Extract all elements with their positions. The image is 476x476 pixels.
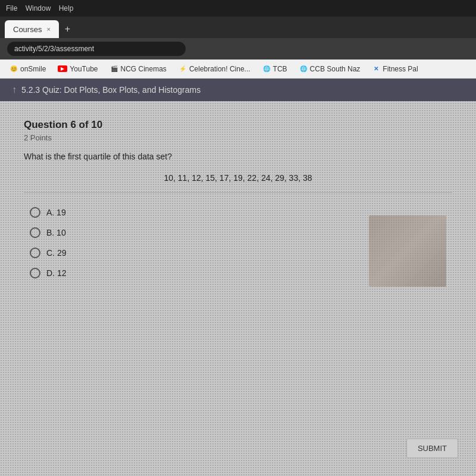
- bookmark-celebration-label: Celebration! Cine...: [189, 65, 250, 73]
- submit-button[interactable]: SUBMIT: [406, 439, 458, 458]
- submit-button-container: SUBMIT: [406, 439, 458, 458]
- ccb-icon: 🌐: [299, 65, 308, 73]
- title-bar-text: File Window Help: [6, 4, 73, 12]
- bookmark-ncg-label: NCG Cinemas: [121, 65, 167, 73]
- tab-label: Courses: [13, 25, 42, 34]
- bookmark-onsmile-label: onSmile: [20, 65, 46, 73]
- content-area: ↑ 5.2.3 Quiz: Dot Plots, Box Plots, and …: [0, 79, 476, 476]
- bookmark-ccb-label: CCB South Naz: [310, 65, 361, 73]
- question-text: What is the first quartile of this data …: [24, 152, 452, 161]
- bookmark-ccb[interactable]: 🌐 CCB South Naz: [295, 64, 365, 74]
- bookmark-youtube[interactable]: ▶ YouTube: [53, 64, 102, 74]
- decorative-image: [369, 215, 446, 287]
- fitness-icon: ✕: [372, 65, 380, 73]
- tab-bar: Courses × +: [0, 17, 476, 38]
- option-b-label: B. 10: [46, 228, 66, 237]
- option-a-label: A. 19: [46, 208, 66, 217]
- bookmark-fitness-label: Fitness Pal: [383, 65, 418, 73]
- radio-c[interactable]: [30, 248, 40, 258]
- address-bar: [0, 38, 476, 60]
- bookmark-youtube-label: YouTube: [70, 65, 98, 73]
- data-set: 10, 11, 12, 15, 17, 19, 22, 24, 29, 33, …: [24, 173, 452, 193]
- radio-b[interactable]: [30, 227, 40, 238]
- points-label: 2 Points: [24, 133, 452, 142]
- quiz-header-icon: ↑: [12, 84, 17, 95]
- tcb-icon: 🌐: [262, 65, 271, 73]
- question-number: Question 6 of 10: [24, 119, 452, 131]
- title-bar: File Window Help: [0, 0, 476, 17]
- bookmark-ncg[interactable]: 🎬 NCG Cinemas: [105, 64, 171, 74]
- bookmark-celebration[interactable]: ⚡ Celebration! Cine...: [174, 64, 255, 74]
- youtube-icon: ▶: [58, 65, 67, 72]
- new-tab-button[interactable]: +: [59, 20, 76, 38]
- url-input[interactable]: [7, 42, 186, 56]
- radio-d[interactable]: [30, 268, 40, 278]
- bookmark-onsmile[interactable]: 😊 onSmile: [5, 64, 51, 74]
- celebration-icon: ⚡: [178, 65, 187, 73]
- option-d-label: D. 12: [46, 268, 66, 278]
- browser-chrome: File Window Help Courses × + 😊 onSmile ▶…: [0, 0, 476, 79]
- courses-tab[interactable]: Courses ×: [5, 20, 59, 38]
- quiz-header-title: 5.2.3 Quiz: Dot Plots, Box Plots, and Hi…: [21, 85, 201, 95]
- bookmarks-bar: 😊 onSmile ▶ YouTube 🎬 NCG Cinemas ⚡ Cele…: [0, 60, 476, 79]
- ncg-icon: 🎬: [110, 65, 118, 73]
- bookmark-tcb[interactable]: 🌐 TCB: [258, 64, 292, 74]
- onsmile-icon: 😊: [10, 65, 18, 73]
- option-c-label: C. 29: [46, 248, 66, 258]
- radio-a[interactable]: [30, 207, 40, 218]
- quiz-container: ↑ 5.2.3 Quiz: Dot Plots, Box Plots, and …: [0, 79, 476, 476]
- quiz-header: ↑ 5.2.3 Quiz: Dot Plots, Box Plots, and …: [0, 79, 476, 101]
- bookmark-fitness[interactable]: ✕ Fitness Pal: [367, 64, 422, 74]
- bookmark-tcb-label: TCB: [273, 65, 287, 73]
- tab-close-button[interactable]: ×: [46, 26, 50, 33]
